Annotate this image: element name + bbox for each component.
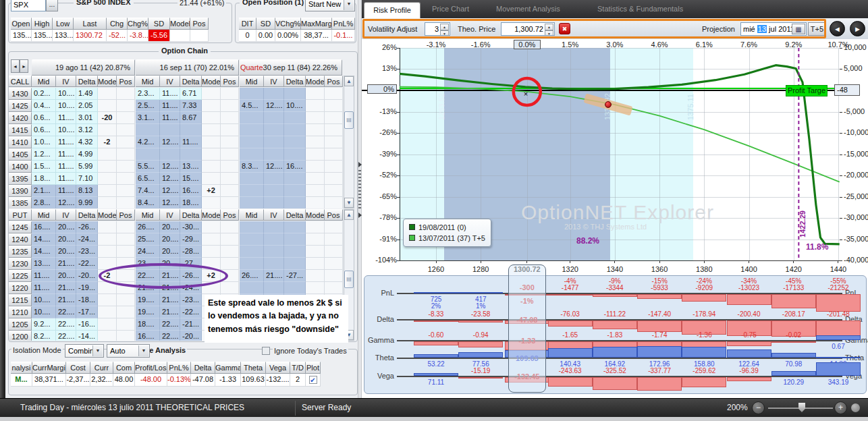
- greeks-bar: [637, 294, 682, 299]
- legend: 19/08/2011 (0)13/07/2011 (37) T+5: [403, 219, 491, 247]
- spin-down-icon[interactable]: ▼: [545, 30, 553, 36]
- splitter-grip[interactable]: [358, 170, 361, 209]
- probability-right-label: 11.8%: [806, 242, 828, 252]
- greeks-value: -5933: [639, 285, 680, 291]
- index-name: S&P 500 INDEX: [74, 0, 134, 6]
- zoom-in-button[interactable]: +: [834, 401, 847, 414]
- greeks-price-label: 1420: [774, 265, 814, 273]
- greeks-bar: [414, 354, 458, 358]
- tab-statistics-fundamentals[interactable]: Statistics & Fundamentals: [597, 5, 683, 13]
- legend-item: 13/07/2011 (37) T+5: [409, 233, 485, 244]
- greeks-table: 126012801300.721320134013601380140014201…: [362, 264, 868, 397]
- greeks-bar: [816, 362, 861, 376]
- step-forward-button[interactable]: ►: [850, 21, 865, 36]
- profit-target-value: -48: [834, 84, 860, 96]
- quote-col-sd: SD: [148, 18, 170, 30]
- margin-mode-select[interactable]: Auto▼: [107, 344, 150, 358]
- greeks-bar: [593, 377, 637, 390]
- quote-col-high: High: [32, 18, 53, 30]
- quote-col-chg%: Chg%: [128, 18, 148, 30]
- legend-item: 19/08/2011 (0): [409, 222, 485, 233]
- close-icon[interactable]: ✖: [559, 23, 570, 34]
- quote-value-low: 133...: [53, 30, 74, 42]
- greeks-bar: [771, 353, 816, 358]
- trade-col-7: Delta: [191, 362, 215, 374]
- risk-tabbar: Risk ProfilePrice ChartMovement Analysis…: [362, 0, 868, 18]
- trade-value-3: 2,32...: [90, 374, 113, 387]
- quote-value-last: 1300.72: [74, 30, 107, 42]
- spinner-buttons[interactable]: ▲▼: [545, 24, 553, 34]
- greeks-value: -76.03: [550, 311, 591, 318]
- position-col-dit: DIT: [239, 18, 256, 30]
- ignore-trades-checkbox[interactable]: [262, 347, 270, 355]
- step-back-button[interactable]: ◄: [830, 21, 845, 36]
- chevron-down-icon[interactable]: ▼: [344, 0, 354, 10]
- zoom-out-button[interactable]: −: [752, 401, 765, 414]
- trade-col-0: nalysi: [11, 362, 32, 374]
- greeks-value: -21252: [818, 285, 859, 291]
- current-price-cross-icon: ×: [524, 90, 528, 98]
- greeks-bar: [682, 377, 726, 387]
- trade-value-10: -132....: [266, 374, 290, 387]
- trade-col-4: Com: [113, 362, 135, 374]
- greeks-bar: [816, 357, 861, 358]
- greeks-bar: [458, 352, 503, 358]
- trade-value-6: -0.13%: [167, 374, 191, 387]
- theo-price-spinner[interactable]: 1,300.72 ▲▼: [501, 22, 555, 36]
- greeks-bar: [458, 341, 503, 347]
- quote-value-chg%: -3.8...: [128, 30, 148, 42]
- trade-col-9: Theta: [241, 362, 266, 374]
- tab-price-chart[interactable]: Price Chart: [432, 5, 469, 13]
- volatility-adjust-label: Volatility Adjust: [368, 25, 417, 33]
- greeks-bar: [637, 346, 682, 358]
- greeks-value: -1.36: [684, 332, 724, 339]
- greeks-value: -0.60: [416, 332, 456, 339]
- spin-down-icon[interactable]: ▼: [440, 30, 449, 36]
- trade-value-0: M...: [11, 374, 32, 387]
- spinner-buttons[interactable]: ▲▼: [440, 24, 449, 34]
- tab-movement-analysis[interactable]: Movement Analysis: [496, 5, 560, 13]
- greeks-value: -0.02: [774, 332, 814, 339]
- trade-col-8: Gamma: [215, 362, 241, 374]
- greeks-price-label: 1360: [639, 265, 680, 273]
- greeks-value: -1.74: [639, 332, 680, 339]
- ignore-trades-label: Ignore Today's Trades: [273, 347, 348, 355]
- selected-date-part: 13: [757, 25, 767, 33]
- symbol-browse-button[interactable]: ...: [46, 0, 58, 11]
- plot-checkbox[interactable]: ✔: [309, 376, 317, 384]
- tab-risk-profile[interactable]: Risk Profile: [364, 2, 421, 18]
- window-bottom-edge: [0, 417, 868, 421]
- spin-up-icon[interactable]: ▲: [545, 24, 553, 30]
- isolation-mode-label: Isolation Mode: [11, 346, 63, 354]
- greeks-value: -13023: [729, 285, 769, 291]
- symbol-input[interactable]: SPX: [11, 0, 46, 11]
- legend-swatch-icon: [409, 235, 415, 241]
- trade-col-10: Vega: [266, 362, 290, 374]
- position-value-pnl%: -0.1...: [332, 30, 355, 42]
- chevron-down-icon[interactable]: ▼: [138, 345, 148, 356]
- greeks-bar: [548, 320, 593, 327]
- greeks-price-label: 1320: [550, 265, 591, 273]
- option-chain-title: Option Chain: [159, 47, 211, 55]
- chevron-down-icon[interactable]: ▼: [92, 345, 103, 356]
- volatility-adjust-spinner[interactable]: 3 ▲▼: [425, 22, 450, 36]
- t5-button[interactable]: T+5: [808, 22, 826, 36]
- t5-marker-dot: [605, 101, 612, 108]
- calendar-icon[interactable]: ▦: [792, 24, 805, 34]
- trade-value-9: 109.63: [241, 374, 266, 387]
- greeks-bar: [816, 320, 861, 336]
- greeks-value: -3344: [595, 285, 635, 291]
- quote-value-pos: [190, 30, 209, 42]
- zoom-slider-thumb[interactable]: [798, 403, 805, 412]
- greeks-price-label: 1440: [818, 265, 859, 273]
- projection-date-input[interactable]: mié 13 jul 2011 ▦: [740, 22, 807, 36]
- isolation-mode-select[interactable]: Combine▼: [65, 344, 104, 358]
- spread-highlight-annotation: [99, 263, 228, 289]
- greeks-value: -201.48: [818, 311, 859, 318]
- trade-col-5: Profit/Loss: [135, 362, 167, 374]
- greeks-value: 2%: [416, 303, 456, 310]
- status-divider: [295, 401, 296, 416]
- highlight-column-overlay: [508, 264, 546, 393]
- spin-up-icon[interactable]: ▲: [440, 24, 449, 30]
- position-action-select[interactable]: Start New▼: [305, 0, 355, 11]
